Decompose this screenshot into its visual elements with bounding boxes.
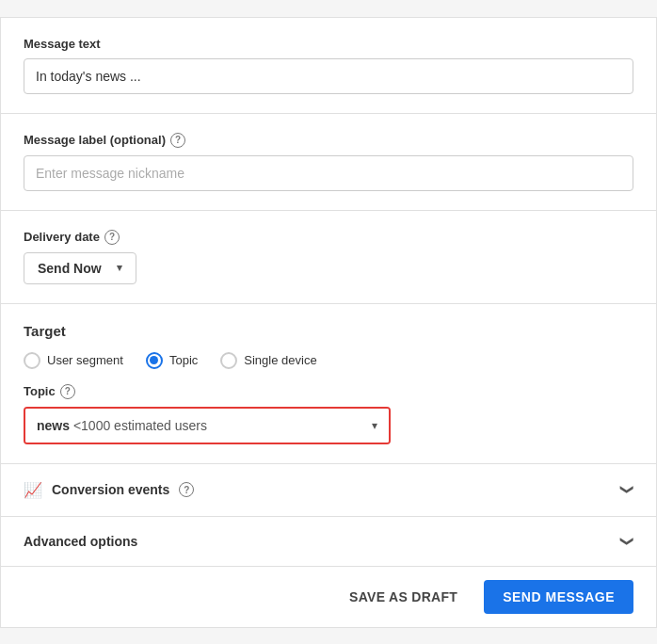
radio-topic-label: Topic <box>169 353 198 367</box>
conversion-events-left: 📈 Conversion events ? <box>24 481 194 499</box>
radio-user-segment-circle <box>24 352 40 369</box>
topic-value-text: news <box>37 418 70 433</box>
conversion-events-section[interactable]: 📈 Conversion events ? ❯ <box>1 464 656 517</box>
save-draft-button[interactable]: SAVE AS DRAFT <box>338 582 469 612</box>
message-label-help-icon[interactable]: ? <box>170 133 185 148</box>
topic-dropdown[interactable]: news <1000 estimated users ▾ <box>25 409 389 443</box>
advanced-options-left: Advanced options <box>24 534 137 549</box>
advanced-options-title: Advanced options <box>24 534 137 549</box>
footer-bar: SAVE AS DRAFT SEND MESSAGE <box>1 567 656 627</box>
advanced-options-section[interactable]: Advanced options ❯ <box>1 517 656 567</box>
target-section-title: Target <box>24 323 633 339</box>
send-message-button[interactable]: SEND MESSAGE <box>484 580 633 614</box>
radio-single-device[interactable]: Single device <box>220 352 316 369</box>
conversion-events-title: Conversion events <box>52 482 169 497</box>
message-label-text: Message label (optional) <box>24 133 166 147</box>
conversion-events-icon: 📈 <box>24 481 42 499</box>
topic-selected-value: news <1000 estimated users <box>37 418 207 433</box>
topic-dropdown-arrow-icon: ▾ <box>372 419 377 432</box>
message-text-input[interactable] <box>24 58 633 94</box>
message-label-label: Message label (optional) ? <box>24 133 633 148</box>
delivery-date-help-icon[interactable]: ? <box>104 230 120 245</box>
radio-topic-circle <box>146 352 163 369</box>
radio-user-segment-label: User segment <box>47 353 123 367</box>
topic-help-icon[interactable]: ? <box>60 384 75 399</box>
radio-topic[interactable]: Topic <box>146 352 198 369</box>
delivery-date-section: Delivery date ? Send Now ▾ <box>1 211 656 304</box>
advanced-options-chevron-icon: ❯ <box>620 536 635 547</box>
topic-field-label-text: Topic <box>24 384 56 398</box>
conversion-events-chevron-icon: ❯ <box>620 484 635 495</box>
message-text-label-text: Message text <box>24 37 101 51</box>
delivery-date-value: Send Now <box>38 261 102 276</box>
radio-group: User segment Topic Single device <box>24 352 633 369</box>
radio-user-segment[interactable]: User segment <box>24 352 123 369</box>
message-text-section: Message text <box>1 18 656 114</box>
main-container: Message text Message label (optional) ? … <box>0 17 657 628</box>
radio-topic-dot <box>150 356 158 364</box>
delivery-date-dropdown[interactable]: Send Now ▾ <box>24 252 136 284</box>
delivery-date-label-text: Delivery date <box>24 230 100 244</box>
radio-single-device-label: Single device <box>244 353 316 367</box>
topic-estimated-text: <1000 estimated users <box>73 418 207 433</box>
target-section: Target User segment Topic Single device <box>1 304 656 464</box>
delivery-date-label: Delivery date ? <box>24 230 633 245</box>
delivery-dropdown-arrow-icon: ▾ <box>117 262 122 274</box>
topic-field-label: Topic ? <box>24 384 633 399</box>
message-label-section: Message label (optional) ? <box>1 114 656 211</box>
message-label-input[interactable] <box>24 155 633 191</box>
topic-dropdown-wrapper: news <1000 estimated users ▾ <box>24 407 391 444</box>
radio-single-device-circle <box>220 352 237 369</box>
conversion-events-help-icon[interactable]: ? <box>179 482 194 497</box>
message-text-label: Message text <box>24 37 633 51</box>
